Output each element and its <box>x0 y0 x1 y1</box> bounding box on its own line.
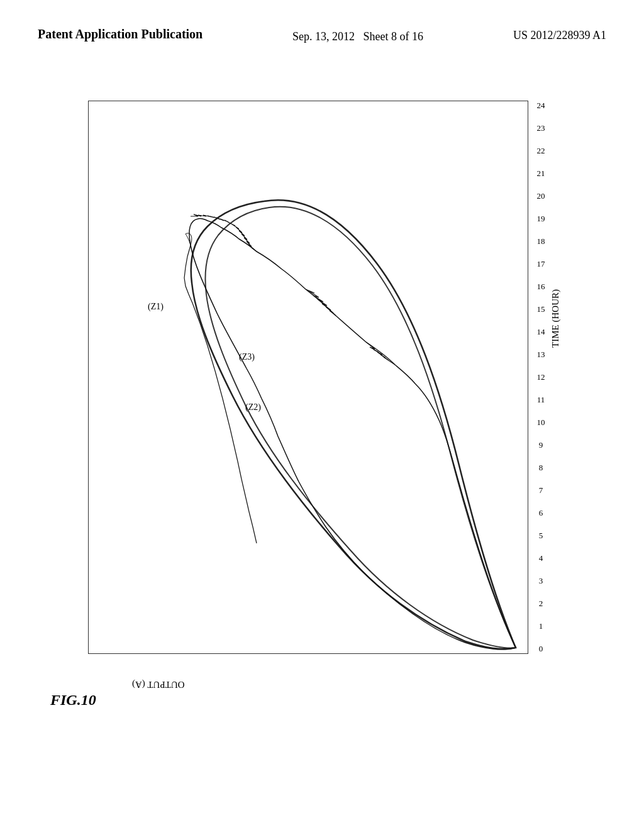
tick-10: 10 <box>537 418 545 428</box>
publication-date: Sep. 13, 2012 <box>292 30 355 43</box>
sheet-number: Sheet 8 of 16 <box>364 30 423 43</box>
header-center: Sep. 13, 2012 Sheet 8 of 16 <box>292 28 423 46</box>
chart-svg <box>88 101 528 654</box>
z2-inner-curve <box>205 207 516 648</box>
z3-outer-curve <box>191 200 516 649</box>
z3-label: (Z3) <box>239 352 255 362</box>
page-header: Patent Application Publication Sep. 13, … <box>0 0 644 46</box>
tick-15: 15 <box>537 304 545 314</box>
tick-8: 8 <box>539 463 543 473</box>
tick-0: 0 <box>539 644 543 654</box>
header-right: US 2012/228939 A1 <box>513 28 606 43</box>
header-left: Patent Application Publication <box>38 25 203 43</box>
tick-9: 9 <box>539 440 543 450</box>
tick-4: 4 <box>539 553 543 563</box>
tick-12: 12 <box>537 372 545 382</box>
tick-18: 18 <box>537 236 545 246</box>
z1-label: (Z1) <box>148 302 164 312</box>
tick-13: 13 <box>537 350 545 360</box>
tick-17: 17 <box>537 259 545 269</box>
time-axis-label: TIME (HOUR) <box>550 289 561 348</box>
tick-20: 20 <box>537 191 545 201</box>
tick-24: 24 <box>537 101 545 111</box>
tick-23: 23 <box>537 123 545 133</box>
z1-noise-1 <box>186 233 192 245</box>
z1-noise-group <box>184 214 395 543</box>
tick-1: 1 <box>539 621 543 631</box>
tick-2: 2 <box>539 599 543 609</box>
tick-11: 11 <box>537 395 545 405</box>
tick-3: 3 <box>539 576 543 586</box>
figure-label: FIG.10 <box>50 692 96 709</box>
publication-title: Patent Application Publication <box>38 27 203 41</box>
tick-22: 22 <box>537 146 545 156</box>
tick-6: 6 <box>539 508 543 518</box>
time-axis-ticks: 24 23 22 21 20 19 18 17 16 15 14 13 12 1… <box>531 101 550 654</box>
chart-container: (Z1) (Z2) (Z3) 24 23 22 21 20 19 18 17 1… <box>50 101 566 717</box>
tick-14: 14 <box>537 327 545 337</box>
output-axis-label: OUTPUT (A) <box>132 679 184 690</box>
tick-21: 21 <box>537 169 545 179</box>
z1-jagged-path <box>189 219 516 650</box>
z2-label: (Z2) <box>245 402 261 412</box>
tick-16: 16 <box>537 282 545 292</box>
publication-number: US 2012/228939 A1 <box>513 29 606 42</box>
tick-19: 19 <box>537 214 545 224</box>
tick-5: 5 <box>539 531 543 541</box>
tick-7: 7 <box>539 485 543 495</box>
